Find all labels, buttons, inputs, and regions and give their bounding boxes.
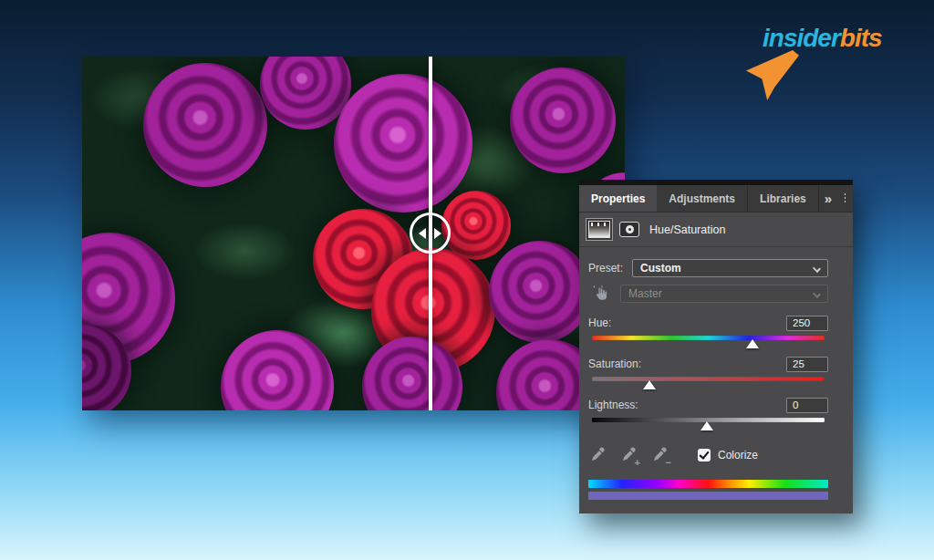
rose-magenta xyxy=(334,74,472,213)
rose-purple xyxy=(489,241,591,343)
preset-dropdown[interactable]: Custom xyxy=(632,259,828,277)
channel-row: Master xyxy=(579,284,853,304)
rose-red xyxy=(441,191,511,260)
logo-text-bits: bits xyxy=(840,24,882,52)
targeted-adjustment-hand-icon[interactable] xyxy=(591,285,611,303)
saturation-value-field[interactable]: 25 xyxy=(786,357,828,372)
slider-arrow-right-icon xyxy=(434,228,441,239)
tab-properties[interactable]: Properties xyxy=(579,185,657,212)
panel-body: Preset: Custom Master Hue: 250 xyxy=(579,247,853,500)
layer-mask-icon[interactable] xyxy=(619,222,639,237)
chevron-down-icon xyxy=(813,290,821,298)
lightness-label: Lightness: xyxy=(588,399,638,411)
colorize-result-bar xyxy=(588,492,828,500)
lightness-thumb[interactable] xyxy=(700,421,713,430)
tab-overflow-icon[interactable]: » xyxy=(819,185,837,212)
hue-slider-block: Hue: 250 xyxy=(579,313,853,350)
panel-menu-icon[interactable] xyxy=(845,193,846,203)
logo-text-insider: insider xyxy=(763,24,840,52)
plus-glyph: + xyxy=(635,458,640,468)
minus-glyph: − xyxy=(666,458,671,468)
rose-purple xyxy=(510,67,616,173)
channel-value: Master xyxy=(628,287,662,300)
eyedropper-row: + − Colorize xyxy=(579,440,853,471)
rose-comparison-image xyxy=(82,57,625,410)
rose-magenta xyxy=(221,330,334,410)
colorize-label: Colorize xyxy=(718,449,758,461)
saturation-slider-block: Saturation: 25 xyxy=(579,354,853,391)
preset-row: Preset: Custom xyxy=(579,258,853,278)
logo-arrow-icon xyxy=(746,49,799,100)
saturation-label: Saturation: xyxy=(588,358,641,370)
adjustment-title: Hue/Saturation xyxy=(649,223,725,236)
channel-dropdown[interactable]: Master xyxy=(620,285,828,303)
eyedropper-plus-icon[interactable]: + xyxy=(619,444,639,466)
rose-purple xyxy=(143,63,267,187)
slider-arrow-left-icon xyxy=(419,228,426,239)
lightness-slider-block: Lightness: 0 xyxy=(579,395,853,432)
lightness-value-field[interactable]: 0 xyxy=(786,398,828,413)
tab-adjustments[interactable]: Adjustments xyxy=(657,185,748,212)
hue-label: Hue: xyxy=(588,316,611,329)
eyedropper-icon[interactable] xyxy=(588,444,608,466)
tab-libraries[interactable]: Libraries xyxy=(748,185,819,212)
hue-track[interactable] xyxy=(592,336,825,340)
colorize-control: Colorize xyxy=(698,449,758,461)
adjustment-layer-icon[interactable] xyxy=(588,221,610,238)
preset-value: Custom xyxy=(640,262,681,275)
adjustment-header: Hue/Saturation xyxy=(579,213,853,247)
eyedropper-minus-icon[interactable]: − xyxy=(650,444,670,466)
properties-panel: Properties Adjustments Libraries » Hue/S… xyxy=(579,180,853,513)
insiderbits-logo: insiderbits xyxy=(744,22,918,99)
panel-tab-bar: Properties Adjustments Libraries » xyxy=(579,185,853,213)
preset-label: Preset: xyxy=(588,262,623,275)
logo-text: insiderbits xyxy=(763,24,882,53)
saturation-thumb[interactable] xyxy=(643,380,656,389)
colorize-checkbox[interactable] xyxy=(698,449,711,461)
spectrum-bars xyxy=(579,471,853,500)
comparison-slider-handle[interactable] xyxy=(410,213,451,254)
saturation-track[interactable] xyxy=(592,377,825,381)
hue-value-field[interactable]: 250 xyxy=(786,316,828,331)
chevron-down-icon xyxy=(813,264,821,273)
mask-dot xyxy=(626,225,634,233)
hue-thumb[interactable] xyxy=(746,339,759,348)
hue-spectrum-bar xyxy=(588,480,828,488)
